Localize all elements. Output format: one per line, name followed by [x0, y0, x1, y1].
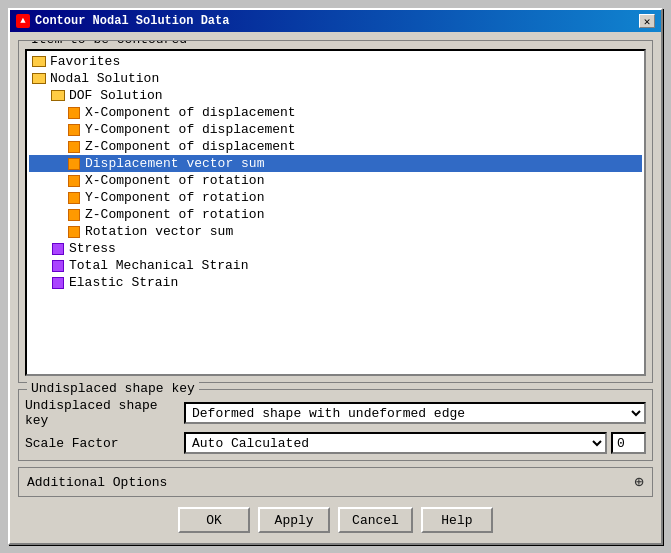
tree-item-nodal-solution[interactable]: Nodal Solution	[29, 70, 642, 87]
tree-item-label-x-rot: X-Component of rotation	[85, 173, 264, 188]
cube-icon	[66, 123, 82, 137]
folder-icon	[31, 55, 47, 69]
cancel-button[interactable]: Cancel	[338, 507, 413, 533]
undisplaced-shape-group: Undisplaced shape key Undisplaced shape …	[18, 389, 653, 461]
window-body: Item to be contoured FavoritesNodal Solu…	[10, 32, 661, 543]
close-button[interactable]: ✕	[639, 14, 655, 28]
button-row: OK Apply Cancel Help	[18, 503, 653, 535]
tree-item-dof-solution[interactable]: DOF Solution	[29, 87, 642, 104]
cube-icon	[66, 140, 82, 154]
tree-item-y-rot[interactable]: Y-Component of rotation	[29, 189, 642, 206]
shape-key-label: Undisplaced shape key	[25, 398, 180, 428]
tree-item-y-disp[interactable]: Y-Component of displacement	[29, 121, 642, 138]
tree-group-label: Item to be contoured	[27, 40, 191, 47]
tree-item-favorites[interactable]: Favorites	[29, 53, 642, 70]
scale-input[interactable]	[611, 432, 646, 454]
tree-item-label-elastic-strain: Elastic Strain	[69, 275, 178, 290]
tree-item-z-disp[interactable]: Z-Component of displacement	[29, 138, 642, 155]
cube-icon	[66, 191, 82, 205]
cube-icon	[66, 174, 82, 188]
tree-item-label-stress: Stress	[69, 241, 116, 256]
tree-item-stress[interactable]: Stress	[29, 240, 642, 257]
tree-group: Item to be contoured FavoritesNodal Solu…	[18, 40, 653, 383]
tree-item-rot-vector[interactable]: Rotation vector sum	[29, 223, 642, 240]
tree-item-label-x-disp: X-Component of displacement	[85, 105, 296, 120]
tree-item-total-mech-strain[interactable]: Total Mechanical Strain	[29, 257, 642, 274]
stress-icon	[50, 259, 66, 273]
tree-item-disp-vector[interactable]: Displacement vector sum	[29, 155, 642, 172]
tree-item-x-rot[interactable]: X-Component of rotation	[29, 172, 642, 189]
cube-icon	[66, 208, 82, 222]
tree-item-z-rot[interactable]: Z-Component of rotation	[29, 206, 642, 223]
shape-key-row: Undisplaced shape key Deformed shape wit…	[25, 398, 646, 428]
undisplaced-group-label: Undisplaced shape key	[27, 381, 199, 396]
tree-item-label-nodal-solution: Nodal Solution	[50, 71, 159, 86]
scale-factor-select[interactable]: Auto CalculatedUser Specified	[184, 432, 607, 454]
tree-item-label-y-disp: Y-Component of displacement	[85, 122, 296, 137]
tree-item-label-z-rot: Z-Component of rotation	[85, 207, 264, 222]
help-button[interactable]: Help	[421, 507, 493, 533]
tree-item-label-favorites: Favorites	[50, 54, 120, 69]
tree-item-elastic-strain[interactable]: Elastic Strain	[29, 274, 642, 291]
stress-icon	[50, 242, 66, 256]
additional-options-label: Additional Options	[27, 475, 167, 490]
ok-button[interactable]: OK	[178, 507, 250, 533]
double-down-icon: ⊕	[634, 472, 644, 492]
stress-icon	[50, 276, 66, 290]
folder-icon	[31, 72, 47, 86]
scale-factor-label: Scale Factor	[25, 436, 180, 451]
tree-item-label-total-mech-strain: Total Mechanical Strain	[69, 258, 248, 273]
apply-button[interactable]: Apply	[258, 507, 330, 533]
tree-item-label-y-rot: Y-Component of rotation	[85, 190, 264, 205]
tree-item-label-dof-solution: DOF Solution	[69, 88, 163, 103]
title-bar: ▲ Contour Nodal Solution Data ✕	[10, 10, 661, 32]
cube-icon	[66, 225, 82, 239]
scale-factor-row: Scale Factor Auto CalculatedUser Specifi…	[25, 432, 646, 454]
tree-container[interactable]: FavoritesNodal SolutionDOF SolutionX-Com…	[25, 49, 646, 376]
tree-item-label-rot-vector: Rotation vector sum	[85, 224, 233, 239]
folder-icon	[50, 89, 66, 103]
tree-item-x-disp[interactable]: X-Component of displacement	[29, 104, 642, 121]
shape-key-select[interactable]: Deformed shape with undeformed edgeDefor…	[184, 402, 646, 424]
cube-icon	[66, 106, 82, 120]
title-bar-left: ▲ Contour Nodal Solution Data	[16, 14, 229, 28]
additional-options-bar[interactable]: Additional Options ⊕	[18, 467, 653, 497]
tree-item-label-disp-vector: Displacement vector sum	[85, 156, 264, 171]
app-icon: ▲	[16, 14, 30, 28]
tree-item-label-z-disp: Z-Component of displacement	[85, 139, 296, 154]
window-title: Contour Nodal Solution Data	[35, 14, 229, 28]
main-window: ▲ Contour Nodal Solution Data ✕ Item to …	[8, 8, 663, 545]
cube-icon	[66, 157, 82, 171]
